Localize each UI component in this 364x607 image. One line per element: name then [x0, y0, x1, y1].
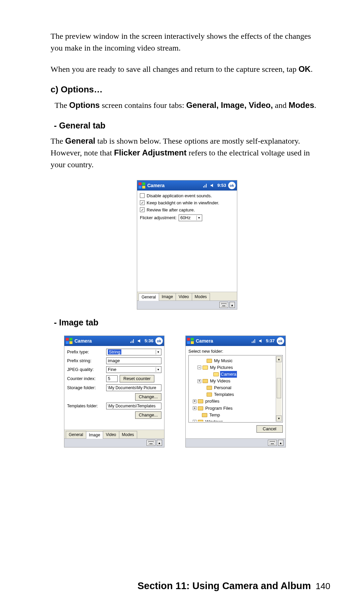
keyboard-icon[interactable] — [147, 440, 155, 446]
flicker-row: Flicker adjustment: 60Hz — [140, 214, 234, 221]
folder-icon — [198, 399, 203, 403]
cancel-button[interactable]: Cancel — [256, 425, 283, 433]
prefix-string-input[interactable]: image — [106, 357, 161, 364]
tree-node-my-music[interactable]: My Music — [191, 357, 274, 364]
tree-node-my-pictures[interactable]: −My Pictures — [191, 364, 274, 371]
jpeg-quality-select[interactable]: Fine — [106, 366, 161, 373]
sound-icon — [210, 183, 215, 188]
scroll-down-icon[interactable]: ▾ — [276, 415, 282, 422]
text: . — [314, 101, 316, 110]
general-description: The General tab is shown below. These op… — [51, 135, 324, 170]
screenshot-folder-picker: Camera 5:37 ok Select new folder: My Mus… — [185, 336, 286, 447]
folder-icon — [207, 393, 212, 397]
tab-general[interactable]: General — [139, 293, 159, 301]
paragraph-preview: The preview window in the screen interac… — [51, 30, 324, 54]
storage-folder-label: Storage folder: — [67, 385, 104, 390]
panel-body: Prefix type: String Prefix string: image… — [64, 346, 164, 430]
folder-open-icon — [213, 372, 219, 376]
sip-up-icon[interactable] — [278, 440, 283, 446]
tree-node-templates[interactable]: Templates — [191, 391, 274, 398]
checkbox-label: Disable application event sounds. — [147, 193, 212, 198]
tab-image[interactable]: Image — [86, 431, 103, 439]
folder-open-icon — [203, 366, 208, 370]
scroll-up-icon[interactable]: ▴ — [276, 356, 282, 362]
keyboard-icon[interactable] — [219, 302, 228, 308]
svg-rect-8 — [149, 441, 149, 442]
flicker-label: Flicker adjustment: — [140, 215, 177, 220]
heading-image-tab: - Image tab — [54, 318, 324, 327]
tab-video[interactable]: Video — [103, 431, 119, 438]
checkbox-disable-sounds[interactable]: Disable application event sounds. — [140, 193, 234, 198]
expand-icon[interactable]: + — [193, 400, 196, 403]
text: . — [311, 65, 313, 74]
svg-rect-13 — [149, 443, 153, 444]
panel-body: Select new folder: My Music −My Pictures… — [186, 346, 285, 438]
page-footer: Section 11: Using Camera and Album 140 — [0, 580, 364, 591]
windows-flag-icon — [187, 338, 194, 344]
checkbox-label: Keep backlight on while in viewfinder. — [147, 200, 219, 205]
keyboard-icon[interactable] — [268, 440, 277, 446]
counter-index-input[interactable]: 5 — [106, 375, 118, 382]
footer-section-title: Section 11: Using Camera and Album — [138, 580, 311, 591]
tree-node-temp[interactable]: Temp — [191, 412, 274, 418]
window-title: Camera — [74, 338, 128, 344]
chevron-down-icon — [196, 215, 201, 220]
scroll-thumb[interactable] — [277, 378, 281, 398]
templates-folder-label: Templates folder: — [67, 404, 104, 408]
tree-node-program-files[interactable]: +Program Files — [191, 405, 274, 412]
text: The — [51, 137, 65, 145]
svg-rect-15 — [270, 441, 271, 442]
checkbox-label: Review file after capture. — [147, 207, 195, 212]
prefix-type-select[interactable]: String — [106, 349, 161, 355]
tree-node-camera[interactable]: Camera — [191, 371, 274, 378]
svg-rect-3 — [223, 304, 224, 304]
scrollbar[interactable]: ▴ ▾ — [276, 356, 282, 422]
svg-rect-0 — [221, 303, 227, 307]
ok-button[interactable]: ok — [155, 337, 163, 345]
svg-rect-18 — [273, 441, 274, 442]
folder-icon — [202, 413, 207, 417]
sip-bar — [137, 300, 237, 309]
svg-rect-5 — [225, 304, 226, 304]
templates-folder-input[interactable]: \My Documents\Templates — [106, 403, 161, 409]
heading-general-tab: - General tab — [54, 121, 324, 131]
change-templates-button[interactable]: Change... — [135, 411, 161, 419]
collapse-icon[interactable]: − — [198, 366, 201, 369]
tab-video[interactable]: Video — [176, 293, 192, 300]
text-bold: Flicker Adjustment — [114, 148, 186, 157]
tab-general[interactable]: General — [66, 431, 86, 438]
tab-image[interactable]: Image — [159, 293, 176, 300]
tree-node-personal[interactable]: Personal — [191, 384, 274, 391]
expand-icon[interactable]: + — [193, 406, 196, 410]
checkbox-review-file[interactable]: Review file after capture. — [140, 207, 234, 212]
folder-icon — [203, 379, 208, 383]
sip-up-icon[interactable] — [230, 302, 235, 308]
chevron-down-icon — [156, 367, 160, 372]
folder-tree: My Music −My Pictures Camera +My Videos … — [188, 355, 283, 423]
tree-node-profiles[interactable]: +profiles — [191, 398, 274, 405]
expand-icon[interactable]: + — [193, 420, 196, 421]
chevron-down-icon — [156, 350, 160, 354]
text: screen contains four tabs: — [100, 101, 186, 110]
heading-options: c) Options… — [51, 84, 324, 95]
ok-button[interactable]: ok — [277, 337, 284, 345]
ok-button[interactable]: ok — [228, 182, 236, 189]
folder-icon — [207, 359, 212, 363]
checkbox-backlight[interactable]: Keep backlight on while in viewfinder. — [140, 200, 234, 205]
svg-rect-14 — [269, 441, 275, 445]
change-storage-button[interactable]: Change... — [135, 393, 161, 401]
tab-modes[interactable]: Modes — [192, 293, 210, 300]
svg-rect-19 — [274, 441, 275, 442]
reset-counter-button[interactable]: Reset counter — [120, 375, 154, 382]
text-bold: General, Image, Video, — [186, 100, 273, 110]
flicker-select[interactable]: 60Hz — [179, 214, 202, 221]
sip-bar — [186, 438, 285, 447]
tab-modes[interactable]: Modes — [119, 431, 137, 438]
sound-icon — [137, 338, 143, 344]
tree-node-windows[interactable]: +Windows — [191, 418, 274, 422]
storage-folder-input[interactable]: \My Documents\My Picture — [106, 384, 161, 391]
expand-icon[interactable]: + — [198, 379, 201, 383]
svg-rect-17 — [272, 441, 273, 442]
tree-node-my-videos[interactable]: +My Videos — [191, 378, 274, 384]
sip-up-icon[interactable] — [157, 440, 162, 446]
